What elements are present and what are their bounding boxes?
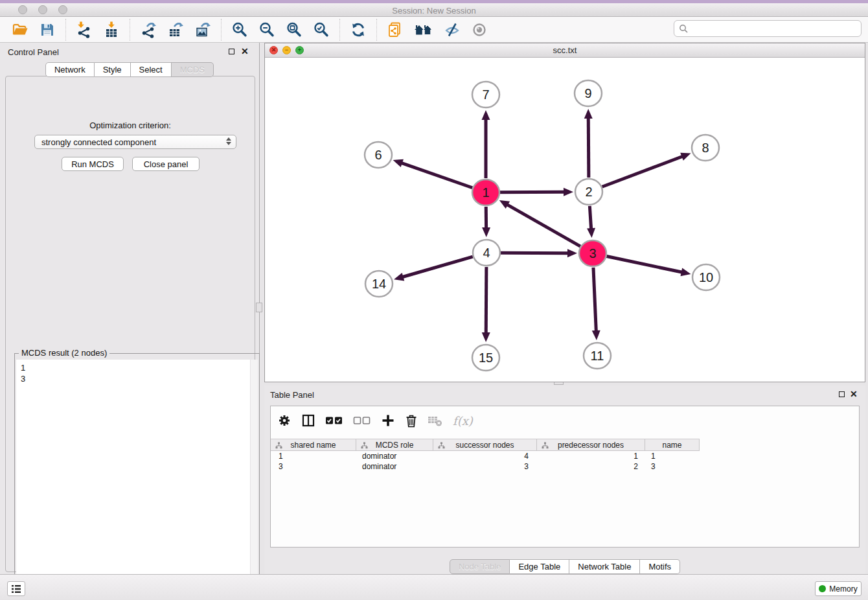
graph-edge-2-9[interactable] <box>588 117 589 178</box>
dropdown-stepper-icon <box>226 137 231 145</box>
table-row[interactable]: 1dominator411 <box>271 451 700 461</box>
graph-node-label-14: 14 <box>372 277 386 291</box>
table-cell[interactable]: 1 <box>537 451 645 461</box>
network-view-window: ✕ − + scc.txt 7968124314101511 <box>264 43 865 382</box>
graph-edge-3-11[interactable] <box>593 268 596 332</box>
open-folder-icon[interactable] <box>12 21 29 38</box>
graph-edge-4-15[interactable] <box>486 267 486 334</box>
column-header-successor-nodes[interactable]: successor nodes <box>433 439 537 450</box>
graph-edge-1-6[interactable] <box>400 163 472 188</box>
table-close-panel-icon[interactable]: ✕ <box>850 389 858 398</box>
graph-edge-arrowhead <box>564 188 573 196</box>
graph-node-label-10: 10 <box>699 270 713 284</box>
tab-network[interactable]: Network <box>45 62 95 77</box>
table-cell[interactable]: dominator <box>356 451 433 461</box>
close-panel-button[interactable]: Close panel <box>132 157 200 171</box>
table-toolbar: f(x) <box>277 410 473 431</box>
graph-node-label-7: 7 <box>482 87 489 102</box>
tab-select[interactable]: Select <box>131 62 172 77</box>
table-cell[interactable]: 3 <box>645 461 700 472</box>
close-panel-icon[interactable]: ✕ <box>241 47 249 56</box>
column-header-shared-name[interactable]: shared name <box>271 439 356 450</box>
session-title: Session: New Session <box>0 6 868 16</box>
table-row[interactable]: 3dominator323 <box>271 461 700 472</box>
table-cell[interactable]: 3 <box>433 461 537 472</box>
run-mcds-button[interactable]: Run MCDS <box>62 157 124 171</box>
export-network-icon[interactable] <box>140 21 157 38</box>
export-table-icon[interactable] <box>167 21 184 38</box>
tab-network-table[interactable]: Network Table <box>569 559 640 574</box>
table-cell[interactable]: 1 <box>645 451 700 461</box>
control-panel-tabs: Network Style Select MCDS <box>0 62 259 77</box>
import-network-icon[interactable] <box>76 21 93 38</box>
float-panel-icon[interactable] <box>229 49 234 54</box>
criterion-dropdown[interactable]: strongly connected component <box>34 135 236 149</box>
tab-node-table[interactable]: Node Table <box>450 559 510 574</box>
search-input[interactable] <box>691 21 861 36</box>
mcds-result-scrollbar[interactable] <box>250 360 258 600</box>
graph-edge-arrowhead <box>482 227 490 237</box>
table-cell[interactable]: 1 <box>271 451 356 461</box>
network-window-titlebar[interactable]: ✕ − + scc.txt <box>265 43 865 58</box>
graph-edge-3-10[interactable] <box>607 257 683 273</box>
mcds-result-textarea[interactable]: 1 3 <box>16 360 258 600</box>
table-cell[interactable]: dominator <box>356 461 433 472</box>
delete-table-icon[interactable] <box>428 414 443 427</box>
show-column-panel-icon[interactable] <box>301 413 315 428</box>
unselect-all-columns-icon[interactable] <box>353 415 371 426</box>
zoom-in-icon[interactable] <box>231 21 248 38</box>
zoom-selected-icon[interactable] <box>313 21 330 38</box>
memory-button[interactable]: Memory <box>815 581 862 596</box>
tab-mcds[interactable]: MCDS <box>172 62 214 77</box>
graph-edge-1-2[interactable] <box>500 192 565 192</box>
select-all-columns-icon[interactable] <box>325 415 343 426</box>
hide-selected-icon[interactable] <box>444 21 461 38</box>
mcds-panel: Optimization criterion: strongly connect… <box>5 76 255 572</box>
control-panel: Control Panel ✕ Network Style Select MCD… <box>0 43 260 574</box>
vertical-splitter-handle[interactable] <box>256 303 262 312</box>
column-header-MCDS-role[interactable]: MCDS role <box>356 439 433 450</box>
search-icon <box>679 24 688 33</box>
graph-edge-arrowhead <box>680 268 691 277</box>
tab-style[interactable]: Style <box>95 62 131 77</box>
node-table-container: f(x) shared nameMCDS rolesuccessor nodes… <box>270 406 860 548</box>
tab-edge-table[interactable]: Edge Table <box>510 559 569 574</box>
create-column-icon[interactable] <box>381 413 395 428</box>
table-cell[interactable]: 3 <box>271 461 356 472</box>
table-cell[interactable]: 4 <box>433 451 537 461</box>
show-graphics-details-icon[interactable] <box>471 21 488 38</box>
new-network-from-selection-icon[interactable] <box>387 21 404 38</box>
search-field[interactable] <box>674 20 862 37</box>
table-options-gear-icon[interactable] <box>277 413 291 428</box>
delete-columns-trash-icon[interactable] <box>405 413 418 428</box>
zoom-fit-icon[interactable] <box>286 21 303 38</box>
function-builder-icon[interactable]: f(x) <box>453 414 473 428</box>
table-tabs: Node Table Edge Table Network Table Moti… <box>264 559 865 574</box>
column-header-predecessor-nodes[interactable]: predecessor nodes <box>537 439 645 450</box>
graph-edge-4-14[interactable] <box>402 257 473 277</box>
task-history-button[interactable] <box>7 581 25 596</box>
column-header-name[interactable]: name <box>645 439 700 450</box>
network-canvas[interactable]: 7968124314101511 <box>265 58 865 382</box>
list-icon <box>11 584 21 594</box>
graph-edge-2-8[interactable] <box>602 156 684 187</box>
control-panel-title: Control Panel <box>8 47 59 57</box>
graph-node-label-8: 8 <box>702 141 709 155</box>
graph-edge-4-3[interactable] <box>501 253 569 253</box>
zoom-out-icon[interactable] <box>258 21 275 38</box>
first-neighbors-icon[interactable] <box>414 21 433 38</box>
status-bar: Memory <box>0 574 868 600</box>
refresh-layout-icon[interactable] <box>350 21 367 38</box>
criterion-value: strongly connected component <box>41 137 156 147</box>
table-float-panel-icon[interactable] <box>839 391 845 397</box>
toolbar-separator <box>130 19 130 41</box>
import-table-icon[interactable] <box>103 21 120 38</box>
tab-motifs[interactable]: Motifs <box>640 559 680 574</box>
network-window-title: scc.txt <box>265 45 865 55</box>
export-image-icon[interactable] <box>194 21 211 38</box>
table-cell[interactable]: 2 <box>537 461 645 472</box>
graph-edge-2-3[interactable] <box>589 206 591 230</box>
graph-edge-arrowhead <box>394 273 404 281</box>
save-session-icon[interactable] <box>39 21 56 38</box>
graph-edge-3-1[interactable] <box>506 204 580 246</box>
